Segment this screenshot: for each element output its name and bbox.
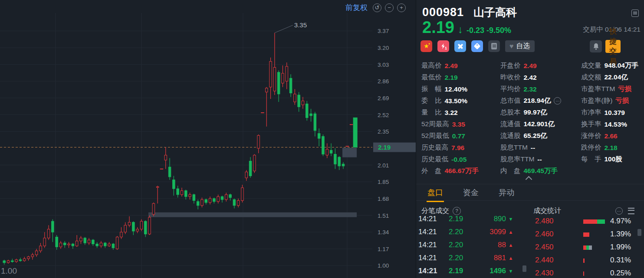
bar-segment	[583, 245, 586, 250]
tape-time: 14:21	[418, 254, 443, 262]
memo-icon[interactable]	[488, 40, 500, 52]
adjust-mode-link[interactable]: 前复权	[345, 3, 368, 13]
scrollbar-thumb[interactable]	[522, 265, 526, 272]
svg-text:2.19: 2.19	[378, 144, 391, 151]
volstats-price: 2.450	[535, 243, 554, 252]
down-arrow-icon: ▼	[506, 216, 516, 222]
stat-value: 2.32	[524, 85, 537, 93]
stat-row: 52周最低0.77流通股65.25亿涨停价2.66	[421, 130, 642, 142]
tape-price: 2.20	[449, 228, 474, 236]
reset-zoom-icon[interactable]: ↺	[373, 3, 381, 12]
stat-label: 每 手	[581, 155, 601, 164]
volstats-bar	[583, 219, 605, 224]
svg-text:1.00: 1.00	[378, 262, 389, 269]
stat-value: 22.04亿	[605, 73, 628, 82]
stat-value: 2.42	[524, 74, 537, 82]
stat-cell: 开盘价2.49	[500, 61, 581, 70]
stat-label: 成交额	[581, 73, 601, 82]
collapse-caret-icon[interactable]	[526, 176, 532, 183]
tag-icon[interactable]	[471, 40, 483, 52]
zoom-in-icon[interactable]: +	[397, 3, 406, 12]
svg-text:2.86: 2.86	[378, 78, 389, 85]
stat-value: 466.67万手	[445, 167, 479, 176]
stat-row: 量 比3.22总股本99.97亿市净率10.379	[421, 107, 642, 118]
tape-time: 14:21	[418, 267, 443, 275]
stat-row: 历史最低-0.05股息率TTM--每 手100股	[421, 154, 642, 165]
volstats-bar	[583, 245, 592, 250]
stat-value: -0.05	[451, 156, 467, 164]
volstats-price: 2.460	[535, 230, 554, 239]
more-info-icon[interactable]: …	[554, 97, 561, 105]
hot-rank-icon[interactable]: 1	[437, 40, 449, 52]
stat-cell: 总股本99.97亿	[500, 108, 581, 117]
stat-row: 委 比43.50%总市值218.94亿…市盈率(静)亏损	[421, 95, 642, 107]
stat-row: 历史最高7.96股息TTM--跌停价2.18	[421, 142, 642, 154]
svg-text:2.69: 2.69	[378, 95, 389, 101]
tab-资金[interactable]: 资金	[463, 187, 479, 198]
stat-cell: 52周最高3.35	[421, 120, 500, 129]
stat-label: 市盈率(静)	[581, 96, 612, 105]
alert-bell-button[interactable]	[590, 40, 602, 52]
bar-segment	[597, 219, 605, 224]
tape-price: 2.19	[449, 215, 474, 223]
tape-price: 2.19	[449, 267, 474, 275]
list-view-icon[interactable]	[628, 208, 634, 214]
stat-value: 亏损	[618, 85, 631, 94]
volstats-bar	[583, 232, 589, 237]
stat-cell: 跌停价2.18	[581, 143, 642, 152]
volstats-pct: 4.97%	[610, 217, 631, 226]
bar-segment	[583, 219, 597, 224]
bar-segment	[583, 258, 585, 263]
add-watchlist-button[interactable]: ♥ 自选	[505, 40, 535, 52]
volstats-bar	[583, 271, 584, 276]
scrollbar-thumb[interactable]	[637, 229, 641, 236]
cross-trade-icon[interactable]	[454, 40, 466, 52]
stat-cell: 股息率TTM--	[500, 155, 581, 164]
stock-code: 000981	[422, 6, 464, 19]
volstats-icons: …	[615, 207, 634, 215]
stat-value: 10.379	[605, 109, 625, 117]
quick-trade-button[interactable]: 快捷交易	[605, 40, 621, 53]
more-options-icon[interactable]: …	[615, 207, 623, 215]
stat-cell: 流通股65.25亿	[500, 131, 581, 141]
stat-value: 14.53%	[605, 121, 628, 128]
candlestick-chart[interactable]: 3.373.203.032.862.692.522.352.011.851.68…	[0, 0, 416, 278]
tape-time: 14:21	[418, 215, 443, 223]
tab-异动[interactable]: 异动	[499, 187, 514, 198]
stat-label: 委 比	[421, 96, 442, 105]
stat-value: 亏损	[615, 96, 629, 105]
volstats-list[interactable]: 2.4804.97%2.4601.39%2.4501.99%2.4400.31%…	[531, 215, 641, 278]
svg-text:3.20: 3.20	[378, 45, 389, 51]
quote-panel: 000981 山子高科 2.19 ↓ -0.23 -9.50% 交易中 01/0…	[416, 0, 644, 278]
stat-row: 最高价2.49开盘价2.49成交量948.04万手	[421, 60, 642, 72]
volstats-pct: 1.99%	[610, 243, 631, 252]
stat-label: 振 幅	[421, 85, 442, 94]
stat-cell: 换手率14.53%	[581, 120, 642, 129]
stat-row: 外 盘466.67万手内 盘469.45万手	[421, 165, 642, 177]
bar-segment	[583, 232, 589, 237]
chart-canvas[interactable]: 3.373.203.032.862.692.522.352.011.851.68…	[0, 0, 416, 278]
stock-header: 000981 山子高科	[422, 5, 517, 20]
stat-cell: 平均价2.32	[500, 85, 581, 94]
stat-label: 市盈率TTM	[581, 85, 615, 94]
bar-segment	[583, 271, 584, 276]
svg-text:3.35: 3.35	[294, 21, 307, 29]
stat-cell: 振 幅12.40%	[421, 85, 500, 94]
zoom-out-icon[interactable]: −	[385, 3, 394, 12]
market-icon-row: ★ 1 ♥ 自选 快捷交易	[421, 40, 535, 52]
stat-label: 成交量	[581, 61, 601, 70]
stat-cell: 量 比3.22	[421, 108, 500, 117]
stat-value: 0.77	[452, 132, 465, 140]
tab-盘口[interactable]: 盘口	[427, 187, 443, 198]
svg-text:1.00: 1.00	[1, 266, 17, 275]
volstats-pct: 0.31%	[610, 256, 631, 265]
report-icon[interactable]	[631, 10, 639, 17]
price-row: 2.19 ↓ -0.23 -9.50%	[422, 18, 511, 37]
stat-row: 52周最高3.35流通值142.901亿换手率14.53%	[421, 118, 642, 130]
tape-list[interactable]: 14:212.19890▼14:212.203099▲14:212.2088▲1…	[416, 215, 524, 278]
cn-flag-icon[interactable]: ★	[421, 40, 432, 52]
help-icon[interactable]: ?	[453, 207, 461, 215]
volstats-price: 2.440	[535, 256, 554, 265]
stat-value: 2.66	[605, 132, 618, 140]
stat-value: 2.18	[605, 144, 618, 152]
